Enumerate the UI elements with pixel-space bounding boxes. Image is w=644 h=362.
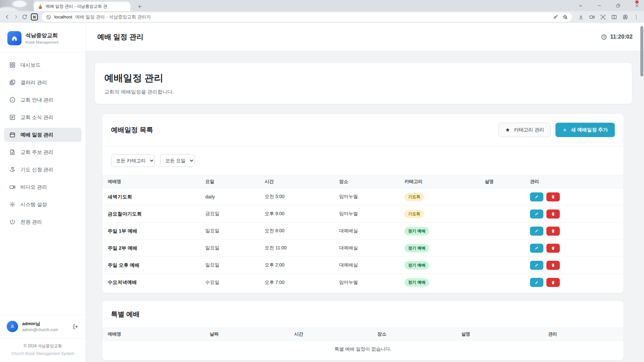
video-icon — [9, 184, 16, 190]
clock: 11:20:02 — [601, 34, 633, 40]
url-page-title: 예배 일정 관리 - 석남중앙교회 관리자 — [75, 14, 550, 20]
sidebar-item-label: 교회 소식 관리 — [20, 114, 53, 121]
worship-day: 일요일 — [205, 245, 265, 251]
edit-button[interactable] — [530, 192, 543, 201]
page-title: 예배일정 관리 — [104, 72, 623, 84]
delete-button[interactable] — [546, 227, 560, 236]
category-badge: 정기 예배 — [405, 227, 429, 235]
worship-row: 주일 2부 예배일요일오전 11:00대예배실정기 예배 — [102, 240, 624, 257]
delete-button[interactable] — [546, 278, 560, 287]
sidebar-item-news[interactable]: 교회 소식 관리 — [4, 110, 82, 124]
sidebar-item-info[interactable]: 교회 안내 관리 — [4, 93, 82, 107]
page-scrollbar-thumb[interactable] — [640, 26, 643, 76]
sidebar-menu: 대시보드갤러리 관리교회 안내 관리교회 소식 관리예배 일정 관리교회 주보 … — [0, 53, 86, 229]
star-icon — [505, 127, 510, 132]
add-worship-button[interactable]: 새 예배일정 추가 — [555, 123, 615, 137]
sidebar-item-dashboard[interactable]: 대시보드 — [4, 58, 82, 72]
site-permissions-icon[interactable] — [46, 14, 51, 20]
sidebar-item-settings[interactable]: 시스템 설정 — [4, 197, 82, 212]
close-button[interactable] — [633, 1, 641, 10]
reload-button[interactable] — [20, 13, 29, 21]
user-avatar — [7, 321, 18, 332]
minimize-button[interactable] — [595, 1, 604, 10]
worship-time: 오전 5:00 — [265, 194, 339, 200]
sidebar-item-label: 교회 안내 관리 — [20, 97, 53, 103]
sidebar-item-bulletin[interactable]: 교회 주보 관리 — [4, 145, 82, 159]
worship-row: 주일 오후 예배일요일오후 2:00대예배실정기 예배 — [102, 257, 624, 274]
forward-button[interactable] — [11, 13, 20, 21]
page-header-title: 예배 일정 관리 — [97, 32, 144, 42]
bulletin-icon — [9, 149, 16, 156]
password-key-icon[interactable] — [553, 14, 559, 20]
tab-title: 예배 일정 관리 - 석남중앙교회 관 — [46, 4, 126, 9]
address-bar[interactable]: localhost 예배 일정 관리 - 석남중앙교회 관리자 — [42, 12, 572, 22]
prayer-icon — [9, 166, 16, 173]
worship-day: daily — [205, 194, 265, 199]
screenshot-lens-icon[interactable] — [599, 13, 607, 21]
bookmark-star-icon[interactable] — [562, 14, 568, 20]
category-filter-select[interactable]: 모든 카테고리 — [111, 154, 155, 167]
sidebar-item-gallery[interactable]: 갤러리 관리 — [4, 75, 82, 89]
browser-toolbar: N localhost 예배 일정 관리 - 석남중앙교회 관리자 — [0, 11, 644, 23]
delete-button[interactable] — [546, 192, 560, 201]
edit-button[interactable] — [530, 261, 543, 270]
special-empty-message: 특별 예배 일정이 없습니다. — [102, 341, 624, 358]
sidebar: 석남중앙교회 Kiosk Management 대시보드갤러리 관리교회 안내 … — [0, 23, 86, 362]
worship-day: 수요일 — [205, 280, 265, 286]
category-manage-button[interactable]: 카테고리 관리 — [498, 123, 551, 137]
sidebar-item-calendar[interactable]: 예배 일정 관리 — [4, 128, 82, 142]
sidebar-item-video[interactable]: 비디오 관리 — [4, 180, 82, 194]
user-email: admin@church.com — [22, 327, 58, 332]
page-header: 예배 일정 관리 11:20:02 — [86, 23, 644, 51]
clock-time: 11:20:02 — [610, 34, 633, 40]
sidebar-item-prayer[interactable]: 기도 신청 관리 — [4, 163, 82, 177]
worship-row: 새벽기도회daily오전 5:00임마누엘기도회 — [102, 188, 624, 205]
church-subtitle: Kiosk Management — [25, 40, 58, 44]
category-badge: 정기 예배 — [405, 278, 429, 287]
edit-button[interactable] — [530, 278, 543, 287]
sidebar-item-power[interactable]: 전원 관리 — [4, 215, 82, 229]
gallery-icon — [9, 79, 16, 86]
sidebar-item-label: 전원 관리 — [20, 219, 42, 225]
menu-kebab-icon[interactable] — [632, 13, 641, 21]
edit-button[interactable] — [530, 227, 543, 236]
worship-time: 오후 2:00 — [265, 262, 339, 268]
restore-button[interactable] — [614, 1, 623, 10]
worship-place: 대예배실 — [339, 228, 405, 234]
worship-row: 수요저녁예배수요일오후 7:00임마누엘정기 예배 — [102, 274, 624, 291]
worship-row: 주일 1부 예배일요일오전 8:00대예배실정기 예배 — [102, 223, 624, 240]
edit-button[interactable] — [530, 244, 543, 253]
profile-icon[interactable] — [621, 13, 630, 21]
worship-list-title: 예배일정 목록 — [111, 125, 153, 134]
church-logo — [7, 31, 21, 45]
church-favicon — [38, 4, 43, 9]
delete-button[interactable] — [546, 209, 560, 219]
worship-list-card: 예배일정 목록 카테고리 관리 새 예배일정 추가 — [102, 114, 624, 293]
worship-name: 금요철야기도회 — [108, 211, 205, 217]
n-extension-icon[interactable]: N — [31, 13, 38, 20]
split-view-icon[interactable] — [610, 13, 619, 21]
worship-name: 주일 1부 예배 — [108, 228, 205, 234]
tab-search-chevron-icon[interactable] — [576, 1, 585, 10]
news-icon — [9, 114, 16, 121]
filter-bar: 모든 카테고리 모든 요일 — [102, 146, 624, 175]
download-icon[interactable] — [577, 13, 585, 21]
copyright: © 2024 석남중앙교회 — [3, 343, 83, 349]
back-button[interactable] — [3, 13, 11, 21]
sidebar-item-label: 비디오 관리 — [20, 184, 47, 190]
worship-time: 오후 7:00 — [265, 280, 339, 286]
worship-day: 금요일 — [205, 211, 265, 217]
media-camera-icon[interactable] — [588, 13, 596, 21]
new-tab-button[interactable] — [135, 2, 144, 11]
logout-button[interactable] — [72, 323, 79, 330]
day-filter-select[interactable]: 모든 요일 — [160, 154, 195, 167]
edit-button[interactable] — [530, 209, 543, 219]
special-worship-card: 특별 예배 예배명 날짜 시간 장소 설명 관리 특별 예배 일정이 없습니다. — [102, 301, 624, 360]
worship-table-body: 새벽기도회daily오전 5:00임마누엘기도회금요철야기도회금요일오후 9:0… — [102, 188, 624, 291]
delete-button[interactable] — [546, 261, 560, 270]
url-host: localhost — [54, 14, 72, 19]
delete-button[interactable] — [546, 244, 560, 253]
worship-name: 주일 2부 예배 — [108, 245, 205, 251]
browser-tab[interactable]: 예배 일정 관리 - 석남중앙교회 관 — [34, 2, 130, 11]
browser-tabstrip: 예배 일정 관리 - 석남중앙교회 관 — [0, 0, 644, 11]
